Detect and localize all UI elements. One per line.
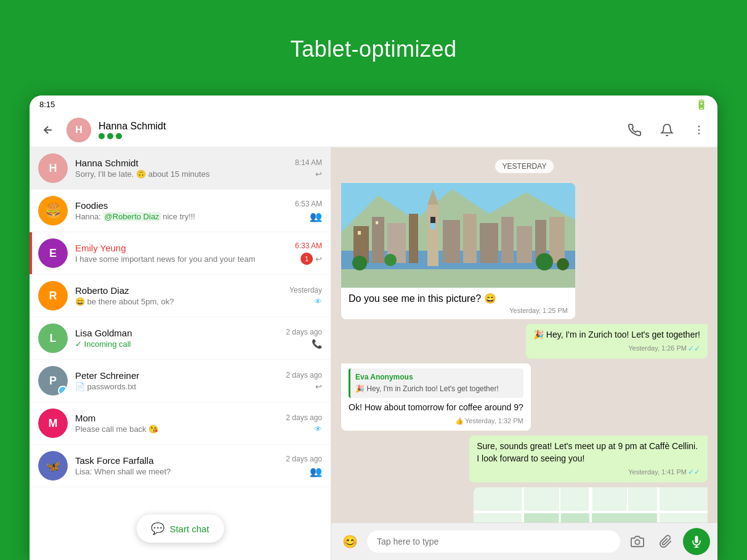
message-row-3: Eva Anonymous 🎉 Hey, I'm in Zurich too! … (341, 363, 708, 431)
tablet-frame: 8:15 🔋 H Hanna Schmidt (30, 95, 717, 560)
chat-meta-mom: 2 days ago 👁 (286, 413, 322, 434)
avatar-peter: P (38, 366, 68, 396)
chat-meta-emily: 6:33 AM 1 ↩ (295, 241, 322, 265)
attach-button[interactable] (655, 530, 677, 553)
chat-time-lisa: 2 days ago (286, 328, 322, 336)
chat-list-item-peter[interactable]: P Peter Schreiner 📄 passwords.txt 2 days… (30, 360, 331, 402)
chat-input-bar: 😊 (331, 522, 717, 560)
svg-point-24 (384, 254, 397, 266)
camera-button[interactable] (626, 530, 648, 553)
start-chat-icon: 💬 (151, 522, 164, 535)
chat-list-item-hanna[interactable]: H Hanna Schmidt Sorry, I'll be late. 🙃 a… (30, 147, 331, 190)
message-time-2: Yesterday, 1:26 PM ✓✓ (533, 344, 700, 354)
start-chat-button[interactable]: 💬 Start chat (136, 514, 224, 543)
svg-point-0 (698, 125, 700, 127)
emoji-button[interactable]: 😊 (339, 530, 361, 553)
chat-window: YESTERDAY (331, 147, 717, 560)
group-icon-taskforce: 👥 (310, 466, 322, 477)
chat-list-item-emily[interactable]: E Emily Yeung I have some important news… (30, 232, 331, 275)
svg-rect-10 (427, 205, 438, 266)
unread-badge-emily: 1 (301, 253, 313, 265)
message-bubble-3: Eva Anonymous 🎉 Hey, I'm in Zurich too! … (341, 363, 531, 431)
chat-name-mom: Mom (75, 413, 278, 423)
chat-preview-peter: 📄 passwords.txt (75, 382, 278, 391)
chat-name-roberto: Roberto Diaz (75, 285, 282, 296)
back-button[interactable] (37, 119, 59, 141)
chat-input[interactable] (367, 530, 620, 553)
chat-list[interactable]: H Hanna Schmidt Sorry, I'll be late. 🙃 a… (30, 147, 331, 560)
read-icon-mom: 👁 (314, 424, 322, 434)
chat-list-item-lisa[interactable]: L Lisa Goldman ✓ Incoming call 2 days ag… (30, 317, 331, 360)
mic-button[interactable] (683, 528, 710, 555)
avatar-taskforce: 🦋 (38, 451, 68, 481)
status-time: 8:15 (39, 100, 55, 109)
chat-info-taskforce: Task Force Farfalla Lisa: When shall we … (75, 455, 278, 476)
chat-name-hanna: Hanna Schmidt (75, 158, 288, 168)
contact-name: Hanna Schmidt (99, 121, 166, 132)
notification-button[interactable] (656, 119, 678, 141)
chat-messages: YESTERDAY (331, 147, 717, 522)
svg-point-26 (557, 258, 569, 270)
message-row-5: 📍 📍 Bahnhofpl. 15, 8001 Zürich, Switzerl… (341, 487, 708, 522)
avatar-roberto: R (38, 281, 68, 310)
chat-name-emily: Emily Yeung (75, 243, 288, 253)
quoted-text-3: 🎉 Hey, I'm in Zurich too! Let's get toge… (355, 384, 519, 394)
chat-list-item-foodies[interactable]: 🍔 Foodies Hanna: @Roberto Diaz nice try!… (30, 190, 331, 232)
chat-meta-foodies: 6:53 AM 👥 (295, 200, 322, 222)
chat-name-peter: Peter Schreiner (75, 370, 278, 381)
city-image-caption: Do you see me in this picture? 😄 Yesterd… (341, 288, 575, 319)
status-dot-2 (107, 133, 113, 139)
svg-rect-38 (524, 513, 559, 522)
chat-info-emily: Emily Yeung I have some important news f… (75, 243, 288, 264)
chat-list-item-taskforce[interactable]: 🦋 Task Force Farfalla Lisa: When shall w… (30, 445, 331, 487)
svg-point-23 (352, 256, 367, 270)
reaction-3: 👍 (455, 416, 464, 426)
reply-icon-emily: ↩ (315, 254, 322, 264)
message-time-3: 👍 Yesterday, 1:32 PM (349, 416, 523, 426)
city-image-bubble: Do you see me in this picture? 😄 Yesterd… (341, 183, 575, 319)
message-bubble-5: 📍 📍 Bahnhofpl. 15, 8001 Zürich, Switzerl… (474, 487, 708, 522)
chat-list-item-mom[interactable]: M Mom Please call me back 😘 2 days ago 👁 (30, 402, 331, 445)
chat-name-foodies: Foodies (75, 200, 288, 211)
chat-time-taskforce: 2 days ago (286, 455, 322, 463)
avatar-hanna: H (38, 153, 68, 183)
svg-rect-14 (463, 214, 477, 263)
svg-rect-15 (480, 223, 498, 263)
svg-point-25 (536, 253, 553, 270)
svg-rect-16 (501, 217, 514, 263)
chat-preview-foodies: Hanna: @Roberto Diaz nice try!!! (75, 212, 288, 221)
message-text-2: 🎉 Hey, I'm in Zurich too! Let's get toge… (533, 329, 700, 341)
svg-point-47 (635, 540, 639, 544)
avatar-mom: M (38, 408, 68, 438)
app-bar-right (624, 119, 710, 141)
blue-dot-peter (58, 386, 68, 396)
message-bubble-2: 🎉 Hey, I'm in Zurich too! Let's get toge… (526, 324, 708, 359)
svg-point-1 (698, 129, 700, 131)
date-separator-yesterday: YESTERDAY (341, 160, 708, 173)
message-text-3: Ok! How about tomorrow for coffee around… (349, 402, 523, 414)
read-check-4: ✓✓ (688, 467, 700, 477)
chat-preview-roberto: 😄 be there about 5pm, ok? (75, 297, 282, 306)
svg-rect-39 (561, 513, 589, 522)
date-badge-yesterday: YESTERDAY (495, 160, 554, 173)
more-menu-button[interactable] (688, 119, 710, 141)
voice-call-button[interactable] (624, 119, 646, 141)
page-header: Tablet-optimized (0, 0, 747, 99)
unread-bar-emily (30, 232, 32, 274)
chat-list-item-roberto[interactable]: R Roberto Diaz 😄 be there about 5pm, ok?… (30, 275, 331, 317)
start-chat-label: Start chat (169, 524, 209, 534)
chat-info-foodies: Foodies Hanna: @Roberto Diaz nice try!!! (75, 200, 288, 221)
app-bar-left: H Hanna Schmidt (37, 118, 624, 142)
avatar: H (67, 118, 91, 142)
group-icon-foodies: 👥 (310, 211, 322, 222)
chat-preview-emily: I have some important news for you and y… (75, 254, 288, 264)
status-dot-1 (99, 133, 105, 139)
chat-name-taskforce: Task Force Farfalla (75, 455, 278, 466)
svg-rect-42 (592, 513, 657, 522)
status-dot-3 (116, 133, 122, 139)
quoted-message-3: Eva Anonymous 🎉 Hey, I'm in Zurich too! … (349, 368, 523, 398)
chat-preview-hanna: Sorry, I'll be late. 🙃 about 15 minutes (75, 169, 288, 179)
contact-info: Hanna Schmidt (99, 121, 166, 139)
message-row-4: Sure, sounds great! Let's meet up at 9 p… (341, 436, 708, 482)
status-dots (99, 133, 166, 139)
